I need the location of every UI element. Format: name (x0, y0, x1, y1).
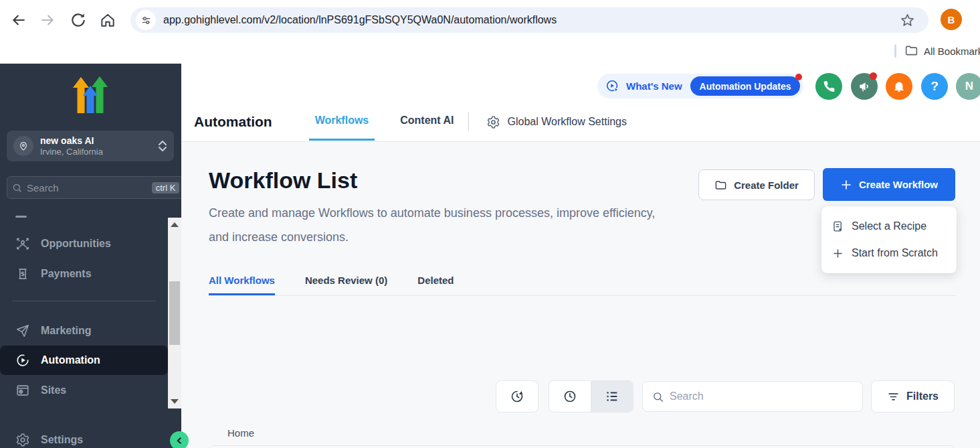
scrollbar-thumb[interactable] (169, 281, 180, 345)
settings-icon (15, 433, 30, 447)
sidebar-item-label: Marketing (41, 325, 92, 337)
history-icon (510, 389, 524, 404)
location-pin-icon (13, 136, 33, 156)
create-workflow-button[interactable]: Create Workflow (823, 168, 955, 201)
workflow-search-input[interactable] (670, 390, 853, 402)
gohighlevel-logo-icon (69, 76, 112, 115)
sidebar-scrollbar[interactable] (168, 218, 181, 408)
filter-icon (887, 390, 900, 403)
notification-dot (795, 74, 802, 80)
tab-content-ai[interactable]: Content AI (400, 115, 454, 129)
list-icon (605, 389, 619, 404)
clock-icon (563, 389, 577, 404)
bookmarks-separator (894, 44, 896, 58)
sidebar-collapse-button[interactable] (170, 431, 189, 448)
scroll-up-arrow-icon[interactable] (171, 222, 179, 227)
announcements-button[interactable] (851, 73, 878, 100)
plus-icon (840, 179, 852, 191)
all-bookmarks-label[interactable]: All Bookmarks (924, 46, 980, 57)
phone-button[interactable] (815, 73, 842, 100)
tab-deleted[interactable]: Deleted (417, 275, 454, 286)
content-area: Workflow List Create and manage Workflow… (181, 142, 980, 448)
menu-item-select-recipe[interactable]: Select a Recipe (821, 213, 957, 240)
account-name: new oaks AI (40, 135, 158, 147)
sidebar-item-label: Opportunities (41, 238, 111, 250)
workflow-search[interactable] (642, 381, 863, 412)
sidebar-item-settings[interactable]: Settings (0, 425, 168, 448)
create-folder-button[interactable]: Create Folder (698, 169, 815, 200)
home-icon[interactable] (99, 11, 116, 29)
filters-button[interactable]: Filters (871, 380, 955, 413)
sidebar-search[interactable]: ctrl K (7, 176, 185, 199)
reload-icon[interactable] (70, 11, 87, 29)
whats-new-pill[interactable]: What's New Automation Updates (597, 74, 803, 98)
create-folder-label: Create Folder (734, 179, 799, 191)
list-view-button[interactable] (591, 381, 633, 412)
breadcrumb[interactable]: Home (227, 427, 254, 439)
page-title: Workflow List (209, 167, 357, 194)
browser-profile-avatar[interactable]: B (941, 9, 962, 30)
menu-item-label: Start from Scratch (852, 247, 938, 259)
time-view-button[interactable] (549, 381, 591, 412)
folder-icon (714, 179, 727, 192)
plus-icon (831, 247, 844, 260)
sidebar: new oaks AI Irvine, California ctrl K Op… (0, 64, 181, 448)
sidebar-divider (12, 301, 156, 301)
search-icon (652, 391, 664, 402)
chevron-up-down-icon (158, 139, 167, 153)
avatar-initial: N (965, 80, 973, 93)
account-switcher[interactable]: new oaks AI Irvine, California (7, 131, 174, 161)
address-bar[interactable]: app.gohighlevel.com/v2/location/lnPS691g… (130, 7, 928, 33)
create-workflow-menu: Select a Recipe Start from Scratch (821, 206, 957, 273)
automation-updates-badge[interactable]: Automation Updates (690, 76, 801, 96)
sidebar-item-sites[interactable]: Sites (0, 375, 168, 405)
workflow-table: Name Status Total Enrolled Active Enroll… (209, 445, 955, 448)
whats-new-icon (605, 79, 620, 94)
automation-updates-label: Automation Updates (700, 81, 791, 92)
bell-icon (892, 80, 906, 93)
tab-workflows[interactable]: Workflows (315, 115, 369, 129)
search-icon (12, 183, 22, 193)
sidebar-item-label: Sites (41, 384, 66, 396)
menu-item-label: Select a Recipe (852, 220, 926, 232)
sidebar-item-payments[interactable]: $ Payments (0, 258, 168, 289)
shortcut-badge: ctrl K (152, 182, 180, 194)
sidebar-item-automation[interactable]: Automation (0, 346, 168, 375)
whats-new-label: What's New (626, 80, 682, 92)
site-settings-icon[interactable] (136, 10, 156, 30)
sidebar-item-opportunities[interactable]: Opportunities (0, 228, 168, 258)
sidebar-settings: Settings (0, 425, 168, 448)
question-mark-icon: ? (930, 79, 939, 94)
page-header: What's New Automation Updates ? N Automa… (181, 64, 980, 142)
tab-all-workflows[interactable]: All Workflows (209, 275, 275, 286)
notifications-button[interactable] (886, 73, 912, 100)
help-button[interactable]: ? (921, 73, 948, 100)
sidebar-item-label: Payments (41, 268, 92, 280)
recipe-icon (831, 220, 844, 233)
view-toggle-group (549, 380, 633, 413)
tab-needs-review[interactable]: Needs Review (0) (305, 275, 387, 286)
back-icon[interactable] (10, 11, 27, 29)
user-avatar[interactable]: N (956, 73, 980, 100)
url-text[interactable]: app.gohighlevel.com/v2/location/lnPS691g… (163, 14, 557, 26)
sidebar-nav: Opportunities $ Payments Marketing Autom… (0, 228, 168, 405)
bookmark-star-icon[interactable] (900, 13, 915, 28)
global-workflow-settings-label: Global Workflow Settings (508, 116, 627, 128)
sidebar-item-marketing[interactable]: Marketing (0, 315, 168, 346)
forward-icon[interactable] (39, 11, 56, 29)
workflow-list-tabs: All Workflows Needs Review (0) Deleted (209, 275, 955, 296)
svg-text:$: $ (21, 270, 25, 277)
notification-dot (870, 72, 877, 80)
header-divider (468, 113, 469, 131)
automation-icon (15, 353, 30, 368)
sidebar-search-input[interactable] (27, 182, 152, 194)
scroll-down-arrow-icon[interactable] (171, 399, 179, 404)
account-location: Irvine, California (40, 147, 158, 157)
menu-item-start-from-scratch[interactable]: Start from Scratch (821, 240, 957, 267)
global-workflow-settings-button[interactable]: Global Workflow Settings (486, 115, 627, 129)
main-area: What's New Automation Updates ? N Automa… (181, 64, 980, 448)
scrolled-item-fragment (15, 216, 27, 218)
sites-icon (15, 383, 30, 398)
history-button[interactable] (496, 380, 538, 413)
megaphone-icon (858, 80, 871, 93)
